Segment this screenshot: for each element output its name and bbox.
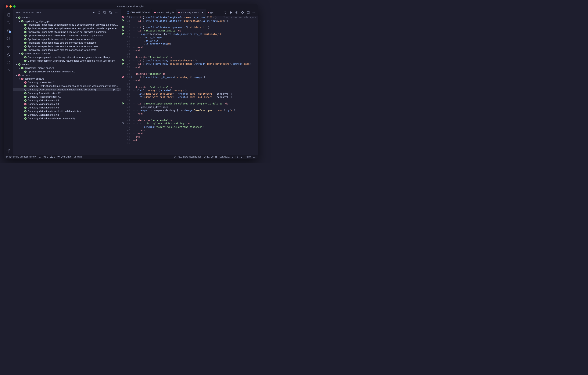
tree-row[interactable]: ApplicationHelper meta description retur… [13,23,121,27]
window-title: company_spec.rb — vglist [117,5,144,8]
tree-row[interactable]: ApplicationHelper flash class sets the c… [13,37,121,41]
sb-language[interactable]: Ruby [245,155,251,158]
svg-point-24 [18,16,21,19]
tree-row[interactable]: Company Validations is valid with valid … [13,109,121,113]
tree-label: Company Validations test #3 [28,103,59,105]
run-all-icon[interactable] [92,11,95,14]
sb-notifications[interactable] [253,155,256,158]
split-icon[interactable] [247,11,250,14]
chevron-icon: ▸ [16,74,18,76]
run-test-icon[interactable] [113,88,115,91]
editor-tab[interactable]: cy.rb [121,9,125,16]
test-status-icon [24,106,27,109]
tree-row[interactable]: GamesHelper game in user library returns… [13,59,121,63]
inline-blame: You, a few seconds ago • Un [223,16,258,19]
tree-label: ApplicationHelper flash class sets the c… [28,38,95,41]
test-status-icon [21,77,24,80]
window-close-button[interactable] [6,5,8,8]
preview-icon[interactable] [235,11,238,14]
code-editor[interactable]: 1314151617181920212223242526272829303132… [121,16,258,155]
svg-point-21 [115,12,116,13]
sb-errors[interactable]: 0 [43,155,48,158]
svg-point-61 [253,12,253,13]
svg-point-29 [24,34,27,37]
sb-folder[interactable]: vglist [74,155,82,158]
collapse-all-icon[interactable] [109,11,112,14]
activity-source-control[interactable]: 1 [4,27,13,34]
test-status-icon [18,63,21,66]
editor-tab[interactable]: CHANGELOG.md [125,9,152,16]
svg-point-2 [7,21,9,23]
svg-point-8 [8,38,9,39]
activity-settings[interactable] [4,147,13,155]
tree-label: Company Associations test #1 [28,95,61,98]
tree-row[interactable]: ApplicationHelper flash class sets the c… [13,44,121,48]
tree-row[interactable]: Company Indexes test #1 [13,81,121,84]
sb-liveshare[interactable]: Live Share [57,155,71,158]
tree-row[interactable]: Company Associations test #2 [13,91,121,95]
activity-remote[interactable] [4,58,13,66]
chevron-icon: ▸ [16,63,18,66]
window-zoom-button[interactable] [13,5,16,8]
more-icon[interactable] [115,11,118,14]
expand-all-icon[interactable] [103,11,106,14]
run-icon[interactable] [230,11,233,14]
compare-icon[interactable] [224,11,227,14]
tree-row[interactable]: ▸helpers [13,16,121,19]
sb-branch[interactable]: for-testing-this-test-runner* [6,155,36,158]
activity-extensions[interactable] [4,43,13,50]
svg-point-72 [122,102,124,104]
activity-test[interactable] [4,50,13,58]
editor-tab[interactable]: series_policy.rb [152,9,176,16]
sb-spaces[interactable]: Spaces: 2 [220,155,230,158]
sync-icon [38,155,41,158]
tree-row[interactable]: GamesHelper game in user library returns… [13,55,121,59]
tree-row[interactable]: ApplicationHelper flash class sets the c… [13,48,121,52]
more-actions-icon[interactable] [252,11,255,14]
refresh-icon[interactable] [98,11,101,14]
sb-blame[interactable]: You, a few seconds ago [174,155,201,158]
tab-label: cy.rb [121,11,122,14]
autorun-icon[interactable] [116,88,119,91]
tree-row[interactable]: ▸games_helper_spec.rb [13,52,121,55]
tree-row[interactable]: ▸application_mailer_spec.rb [13,66,121,70]
tree-row[interactable]: ApplicationHelper meta description retur… [13,27,121,30]
close-icon[interactable] [201,11,204,14]
test-explorer-sidebar: TEST: TEST EXPLORER ▸helpers▸application… [13,9,121,155]
tree-row[interactable]: Company Validations test #4 [13,106,121,109]
sb-encoding[interactable]: UTF-8 [232,155,238,158]
test-status-icon [24,27,27,30]
sb-warnings[interactable]: 0 [50,155,55,158]
tree-row[interactable]: ▸models [13,73,121,77]
activity-share[interactable] [4,66,13,74]
tree-label: Company Destructions GameDeveloper shoul… [28,85,119,88]
sb-position[interactable]: Ln 13, Col 56 [204,155,217,158]
tree-row[interactable]: Company Validations validates numericali… [13,117,121,120]
activity-explorer[interactable] [4,11,13,19]
editor-tab[interactable]: company_spec.rb [176,9,206,16]
tree-row[interactable]: Company Destructions an example is imple… [13,88,121,91]
tree-row[interactable]: ▸application_helper_spec.rb [13,19,121,23]
chevron-icon: ▸ [16,16,18,19]
tree-row[interactable]: Company Destructions GameDeveloper shoul… [13,84,121,88]
activity-search[interactable] [4,19,13,27]
tree-row[interactable]: Company Associations test #1 [13,95,121,99]
window-minimize-button[interactable] [10,5,12,8]
tree-row[interactable]: ▸company_spec.rb [13,77,121,81]
tree-row[interactable]: ApplicationHelper flash class sets the c… [13,41,121,44]
tree-row[interactable]: ▸mailers [13,63,121,66]
tree-row[interactable]: Company Validations test #5 [13,99,121,102]
test-status-icon [24,85,27,88]
tree-row[interactable]: Company Validations test #2 [13,113,121,117]
bell-icon [253,155,256,158]
sb-sync[interactable] [38,155,41,158]
tree-row[interactable]: ApplicationHelper meta title returns a t… [13,34,121,37]
sb-eol[interactable]: LF [241,155,243,158]
diff-icon[interactable] [241,11,244,14]
activity-debug[interactable] [4,34,13,43]
test-tree[interactable]: ▸helpers▸application_helper_spec.rbAppli… [13,16,121,155]
tree-row[interactable]: Company Validations test #3 [13,102,121,106]
editor-tab[interactable]: ga [206,9,215,16]
tree-row[interactable]: ApplicationMailer default email from tes… [13,70,121,73]
tree-row[interactable]: ApplicationHelper meta title returns a t… [13,30,121,34]
